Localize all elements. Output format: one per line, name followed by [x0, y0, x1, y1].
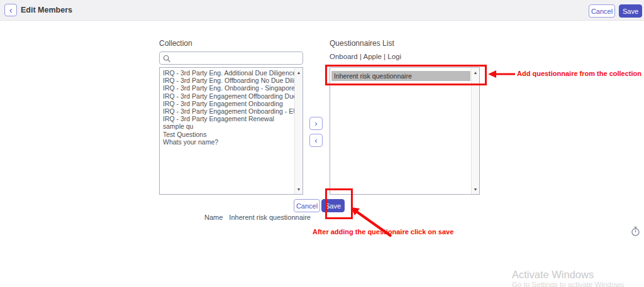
chevron-left-icon: ‹: [314, 136, 317, 145]
collection-label: Collection: [159, 39, 192, 48]
scroll-down-icon[interactable]: ▼: [295, 185, 303, 193]
activate-windows-text: Activate Windows: [512, 269, 594, 281]
questionnaires-scrollbar[interactable]: ▲ ▼: [471, 68, 479, 194]
annotation-note-add: Add questionnaire from the collection: [517, 70, 641, 77]
chevron-left-icon: ‹: [9, 5, 13, 15]
header-save-button[interactable]: Save: [619, 4, 642, 18]
collection-scrollbar[interactable]: ▲ ▼: [294, 68, 303, 194]
collection-search-box: [159, 51, 303, 65]
name-value: Inherent risk questionnaire: [229, 214, 311, 221]
name-row: NameInherent risk questionnaire: [204, 214, 311, 221]
collection-item[interactable]: IRQ - 3rd Party Engagement Offboarding D…: [160, 92, 294, 100]
annotation-note-save: After adding the questionaire click on s…: [313, 228, 453, 236]
annotation-box-save: [325, 188, 353, 219]
collection-items: IRQ - 3rd Party Eng. Additional Due Dili…: [160, 69, 294, 193]
move-right-button[interactable]: ›: [309, 117, 323, 130]
edit-members-page: ‹ Edit Members Cancel Save Collection IR…: [0, 0, 644, 287]
scroll-down-icon[interactable]: ▼: [472, 185, 479, 193]
scroll-up-icon[interactable]: ▲: [295, 68, 303, 77]
collection-item[interactable]: IRQ - 3rd Party Eng. Offboarding No Due …: [160, 77, 294, 84]
back-button[interactable]: ‹: [4, 4, 17, 16]
move-left-button[interactable]: ‹: [309, 134, 323, 147]
questionnaires-items: Inherent risk questionnaire: [330, 69, 471, 193]
collection-listbox: IRQ - 3rd Party Eng. Additional Due Dili…: [159, 67, 303, 195]
stopwatch-icon[interactable]: [630, 226, 641, 237]
collection-item[interactable]: Test Questions: [160, 131, 294, 138]
collection-item[interactable]: IRQ - 3rd Party Engagement Renewal: [160, 115, 294, 122]
search-icon: [163, 55, 171, 63]
footer-cancel-button[interactable]: Cancel: [294, 199, 320, 212]
page-title: Edit Members: [21, 6, 72, 14]
collection-item[interactable]: IRQ - 3rd Party Engagement Onboarding - …: [160, 107, 294, 115]
collection-item[interactable]: IRQ - 3rd Party Engagement Onboarding: [160, 100, 294, 107]
questionnaires-listbox: Inherent risk questionnaire ▲ ▼: [330, 67, 480, 195]
collection-item[interactable]: IRQ - 3rd Party Eng. Onboarding - Singap…: [160, 84, 294, 92]
annotation-box-questionnaire: [325, 65, 487, 85]
chevron-right-icon: ›: [314, 119, 317, 128]
activate-windows-subtext: Go to Settings to activate Windows: [512, 281, 624, 287]
questionnaires-tabs-text: Onboard | Apple | Logi: [330, 53, 401, 60]
collection-item[interactable]: sample qu: [160, 122, 294, 130]
collection-item[interactable]: IRQ - 3rd Party Eng. Additional Due Dili…: [160, 69, 294, 77]
collection-item[interactable]: Whats your name?: [160, 138, 294, 146]
questionnaires-label: Questionnaires List: [330, 39, 394, 48]
collection-search-input[interactable]: [174, 53, 299, 63]
name-label: Name: [204, 214, 223, 221]
header-bar: ‹ Edit Members Cancel Save: [0, 0, 644, 21]
header-cancel-button[interactable]: Cancel: [589, 4, 615, 18]
annotation-arrow-left: [488, 70, 515, 78]
